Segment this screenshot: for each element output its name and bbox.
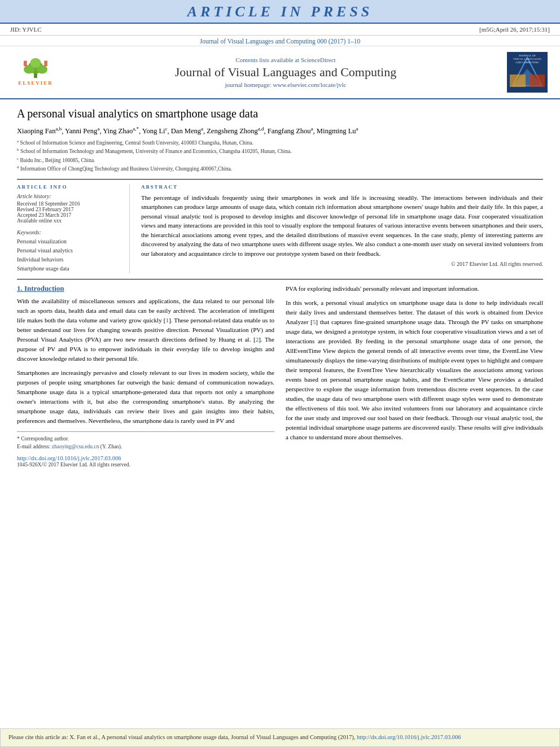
doi-link[interactable]: http://dx.doi.org/10.1016/j.jvlc.2017.03… <box>17 455 274 461</box>
svg-rect-10 <box>510 75 526 87</box>
article-info-label: ARTICLE INFO <box>17 184 121 190</box>
info-abstract-section: ARTICLE INFO Article history: Received 1… <box>17 184 543 273</box>
divider-2 <box>17 279 543 279</box>
body-left-col: 1. Introduction With the availability of… <box>17 284 274 468</box>
svg-text:JOURNAL OF: JOURNAL OF <box>519 54 536 57</box>
keyword-2: Personal visual analytics <box>17 246 121 255</box>
intro-para4: In this work, a personal visual analytic… <box>286 298 543 443</box>
svg-rect-6 <box>44 61 47 67</box>
abstract-col: ABSTRACT The percentage of individuals f… <box>141 184 543 273</box>
journal-header: ELSEVIER Contents lists available at Sci… <box>0 46 560 99</box>
svg-rect-5 <box>24 61 27 67</box>
article-in-press-banner: ARTICLE IN PRESS <box>0 0 560 24</box>
please-cite-link[interactable]: http://dx.doi.org/10.1016/j.jvlc.2017.03… <box>357 734 461 740</box>
svg-text:AND COMPUTING: AND COMPUTING <box>515 61 539 64</box>
m5g-label: [m5G;April 26, 2017;15:31] <box>479 26 550 33</box>
homepage-link[interactable]: www.elsevier.com/locate/jvlc <box>273 81 346 88</box>
journal-logo-right: JOURNAL OF VISUAL LANGUAGES AND COMPUTIN… <box>505 52 550 93</box>
svg-point-4 <box>30 58 41 68</box>
accepted-date: Accepted 23 March 2017 <box>17 212 121 218</box>
please-cite-bar: Please cite this article as: X. Fan et a… <box>0 728 560 747</box>
article-info-col: ARTICLE INFO Article history: Received 1… <box>17 184 130 273</box>
keyword-4: Smartphone usage data <box>17 264 121 273</box>
intro-para2: Smartphones are increasingly pervasive a… <box>17 368 274 426</box>
keywords-list: Personal visualization Personal visual a… <box>17 237 121 273</box>
history-heading: Article history: <box>17 193 121 199</box>
intro-heading: 1. Introduction <box>17 284 274 293</box>
body-two-col: 1. Introduction With the availability of… <box>17 284 543 468</box>
main-content: A personal visual analytics on smartphon… <box>0 99 560 473</box>
sciencedirect-link[interactable]: ScienceDirect <box>301 56 336 63</box>
ref-5[interactable]: 5 <box>313 318 316 325</box>
keyword-3: Individual behaviors <box>17 255 121 264</box>
intro-para1: With the availability of miscellaneous s… <box>17 296 274 364</box>
copyright-line: © 2017 Elsevier Ltd. All rights reserved… <box>141 261 543 267</box>
intro-para3: PVA for exploring individuals' personall… <box>286 284 543 294</box>
elsevier-label: ELSEVIER <box>18 80 53 86</box>
keyword-1: Personal visualization <box>17 237 121 246</box>
doi-copyright: 1045-926X/© 2017 Elsevier Ltd. All right… <box>17 462 274 468</box>
svg-rect-11 <box>529 75 545 87</box>
keywords-section: Keywords: Personal visualization Persona… <box>17 229 121 273</box>
svg-text:VISUAL LANGUAGES: VISUAL LANGUAGES <box>513 58 541 60</box>
revised-date: Revised 23 February 2017 <box>17 207 121 212</box>
abstract-text: The percentage of individuals frequently… <box>141 193 543 259</box>
received-date: Received 18 September 2016 <box>17 201 121 207</box>
homepage-line: journal homepage: www.elsevier.com/locat… <box>67 81 505 88</box>
elsevier-tree-icon <box>19 55 53 79</box>
banner-text: ARTICLE IN PRESS <box>187 3 373 20</box>
journal-logo-box: JOURNAL OF VISUAL LANGUAGES AND COMPUTIN… <box>507 52 548 93</box>
jid-label: JID: YJVLC <box>10 26 42 33</box>
email-note: E-mail address: zhaoying@csu.edu.cn (Y. … <box>17 443 274 451</box>
footnotes-section: * Corresponding author. E-mail address: … <box>17 431 274 451</box>
elsevier-logo-area: ELSEVIER <box>10 55 67 89</box>
corresponding-author-note: * Corresponding author. <box>17 435 274 443</box>
keywords-heading: Keywords: <box>17 229 121 235</box>
please-cite-text: Please cite this article as: X. Fan et a… <box>8 734 355 740</box>
authors-line: Xiaoping Fana,b, Yanni Penga, Ying Zhaoa… <box>17 125 543 137</box>
email-link[interactable]: zhaoying@csu.edu.cn <box>52 444 99 449</box>
affiliations: a School of Information Science and Engi… <box>17 139 543 173</box>
contents-line: Contents lists available at ScienceDirec… <box>67 56 505 63</box>
doi-section: http://dx.doi.org/10.1016/j.jvlc.2017.03… <box>17 455 274 468</box>
available-date: Available online xxx <box>17 218 121 224</box>
journal-logo-icon: JOURNAL OF VISUAL LANGUAGES AND COMPUTIN… <box>507 52 548 93</box>
journal-cite-text: Journal of Visual Languages and Computin… <box>200 38 361 45</box>
journal-title: Journal of Visual Languages and Computin… <box>67 65 505 80</box>
divider-1 <box>17 179 543 180</box>
ref-2[interactable]: 2 <box>256 336 259 343</box>
journal-center: Contents lists available at ScienceDirec… <box>67 56 505 88</box>
article-title: A personal visual analytics on smartphon… <box>17 106 543 121</box>
journal-cite-line: Journal of Visual Languages and Computin… <box>0 36 560 46</box>
meta-header: JID: YJVLC [m5G;April 26, 2017;15:31] <box>0 24 560 36</box>
body-right-col: PVA for exploring individuals' personall… <box>286 284 543 468</box>
abstract-label: ABSTRACT <box>141 184 543 190</box>
ref-1[interactable]: 1 <box>165 317 169 324</box>
